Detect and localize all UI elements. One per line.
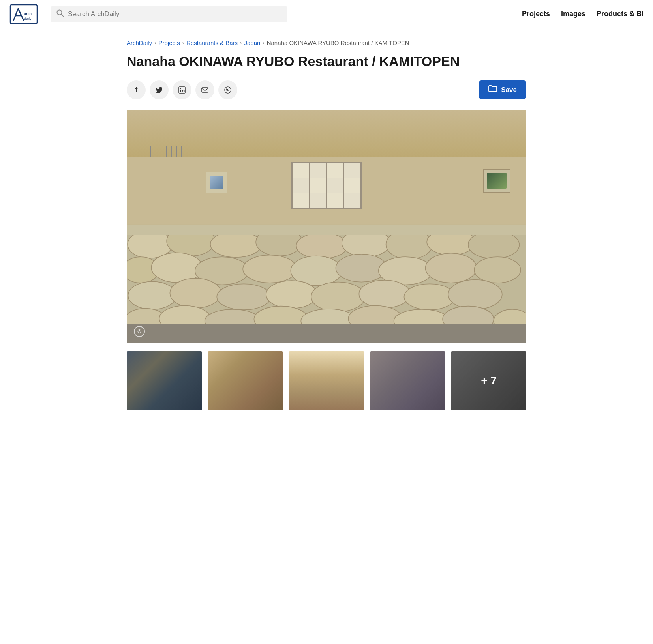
breadcrumb-sep-1: › (154, 40, 156, 46)
email-share-button[interactable] (195, 80, 214, 99)
breadcrumb-archdaily[interactable]: ArchDaily (127, 39, 152, 46)
twitter-share-button[interactable] (150, 80, 169, 99)
main-content: ArchDaily › Projects › Restaurants & Bar… (117, 28, 536, 426)
art-frame-1 (206, 172, 227, 193)
facebook-share-button[interactable] (127, 80, 146, 99)
nav-images[interactable]: Images (561, 10, 585, 18)
svg-rect-8 (202, 88, 208, 92)
svg-rect-0 (10, 5, 37, 24)
site-header: arch daily Projects Images Products & BI (0, 0, 653, 28)
window-grid (291, 162, 362, 209)
thumbnail-5-more[interactable]: + 7 (451, 351, 526, 410)
svg-point-34 (359, 280, 410, 308)
svg-point-23 (243, 255, 297, 283)
actions-row: Save (127, 80, 526, 99)
thumbnail-2[interactable] (208, 351, 283, 410)
ceiling-rods (150, 146, 526, 158)
svg-line-4 (61, 14, 64, 17)
svg-point-6 (180, 88, 181, 89)
linkedin-icon (178, 86, 186, 94)
thumbnail-4[interactable] (370, 351, 445, 410)
stone-counter-face (127, 235, 526, 324)
floor (127, 324, 526, 343)
logo-icon: arch daily (9, 4, 38, 24)
copyright-badge: © (134, 326, 145, 337)
site-logo[interactable]: arch daily (9, 4, 41, 24)
svg-point-19 (468, 235, 519, 259)
more-images-count: + 7 (481, 374, 497, 387)
counter-top (127, 225, 526, 235)
save-label: Save (501, 86, 517, 94)
facebook-icon (133, 86, 140, 94)
search-input[interactable] (68, 10, 282, 18)
search-icon (56, 9, 64, 19)
svg-point-9 (225, 87, 231, 93)
breadcrumb-projects[interactable]: Projects (159, 39, 180, 46)
breadcrumb-japan[interactable]: Japan (244, 39, 260, 46)
twitter-icon (156, 86, 163, 94)
svg-point-32 (266, 281, 317, 309)
svg-point-31 (217, 284, 271, 310)
nav-projects[interactable]: Projects (522, 10, 550, 18)
svg-point-30 (170, 278, 221, 308)
svg-rect-7 (180, 90, 181, 92)
svg-text:daily: daily (24, 17, 32, 21)
email-icon (201, 86, 208, 94)
linkedin-share-button[interactable] (173, 80, 191, 99)
folder-svg (488, 85, 497, 92)
more-images-overlay: + 7 (451, 351, 526, 410)
page-title: Nanaha OKINAWA RYUBO Restaurant / KAMITO… (127, 53, 526, 69)
svg-point-33 (311, 282, 365, 311)
svg-point-36 (448, 279, 502, 309)
breadcrumb-current: Nanaha OKINAWA RYUBO Restaurant / KAMITO… (267, 39, 409, 46)
search-bar[interactable] (51, 6, 287, 22)
svg-point-13 (210, 235, 261, 257)
art-frame-2 (483, 169, 510, 193)
hero-scene: © (127, 110, 526, 343)
social-buttons (127, 80, 237, 99)
breadcrumb: ArchDaily › Projects › Restaurants & Bar… (127, 39, 526, 46)
pinterest-share-button[interactable] (218, 80, 237, 99)
folder-icon (488, 85, 497, 94)
breadcrumb-sep-3: › (240, 40, 242, 46)
svg-point-35 (404, 284, 455, 310)
svg-point-28 (474, 257, 521, 283)
main-nav: Projects Images Products & BI (522, 10, 644, 18)
svg-point-29 (128, 281, 176, 309)
svg-point-15 (296, 235, 347, 259)
thumbnail-3[interactable] (289, 351, 364, 410)
main-image[interactable]: © (127, 110, 526, 343)
breadcrumb-restaurants-bars[interactable]: Restaurants & Bars (186, 39, 238, 46)
save-button[interactable]: Save (479, 80, 526, 99)
pinterest-icon (224, 86, 231, 94)
nav-products-bi[interactable]: Products & BI (597, 10, 644, 18)
svg-point-27 (426, 253, 477, 283)
thumbnail-1[interactable] (127, 351, 202, 410)
breadcrumb-sep-2: › (182, 40, 184, 46)
thumbnails-row: + 7 (127, 351, 526, 410)
svg-text:arch: arch (24, 12, 32, 16)
breadcrumb-sep-4: › (263, 40, 264, 46)
